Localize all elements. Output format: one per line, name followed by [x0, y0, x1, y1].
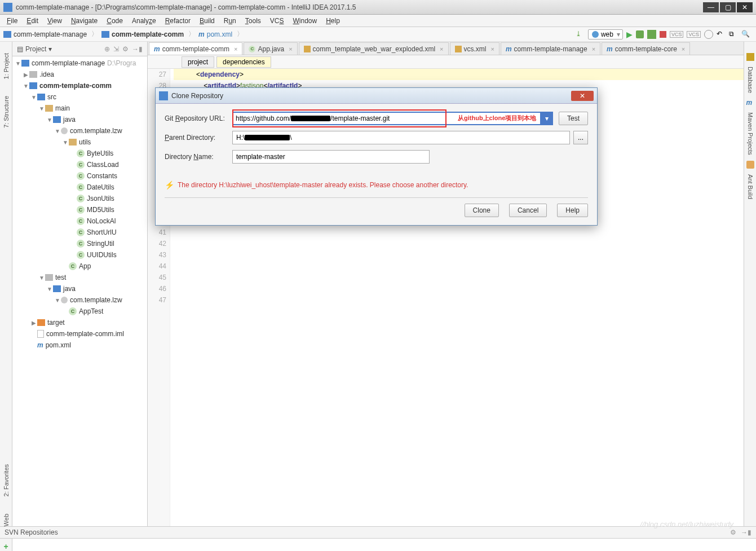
collapse-icon[interactable]: ⇲ — [113, 45, 119, 53]
run-config-selector[interactable]: web▾ — [588, 29, 623, 39]
tree-arrow-icon[interactable] — [46, 117, 53, 123]
menu-refactor[interactable]: Refactor — [161, 16, 195, 26]
tree-arrow-icon[interactable] — [30, 320, 37, 326]
tree-row[interactable]: java — [12, 114, 147, 125]
tree-row[interactable]: src — [12, 91, 147, 103]
bc-dependencies[interactable]: dependencies — [216, 56, 271, 68]
maximize-button[interactable]: ▢ — [720, 2, 736, 12]
vcs-commit-icon[interactable]: VCS — [687, 31, 701, 38]
toolwin-maven[interactable]: Maven Projects — [747, 112, 754, 155]
tree-row[interactable]: CClassLoad — [12, 159, 147, 170]
project-tree[interactable]: comm-template-manageD:\Progra.ideacomm-t… — [12, 56, 147, 526]
tree-row[interactable]: main — [12, 103, 147, 114]
tree-row[interactable]: CDateUtils — [12, 182, 147, 193]
tree-arrow-icon[interactable] — [15, 60, 21, 67]
menu-window[interactable]: Window — [288, 16, 321, 26]
autoscroll-icon[interactable]: ⊕ — [104, 45, 110, 53]
tree-arrow-icon[interactable] — [23, 83, 29, 89]
tree-arrow-icon[interactable] — [38, 275, 45, 281]
menu-build[interactable]: Build — [195, 16, 219, 26]
structure-icon[interactable]: ⧉ — [729, 30, 738, 39]
cancel-button[interactable]: Cancel — [509, 204, 547, 217]
dialog-close-button[interactable]: ✕ — [571, 91, 594, 101]
editor-tab[interactable]: mcomm-template-manage× — [501, 42, 600, 55]
menu-help[interactable]: Help — [321, 16, 344, 26]
tree-row[interactable]: CNoLockAl — [12, 215, 147, 227]
menu-edit[interactable]: Edit — [22, 16, 43, 26]
dirname-input[interactable] — [232, 150, 430, 164]
run-icon[interactable]: ▶ — [626, 30, 633, 39]
tree-arrow-icon[interactable] — [30, 94, 37, 100]
browse-button[interactable]: ... — [573, 131, 588, 144]
debug-icon[interactable] — [636, 30, 644, 38]
project-panel-header[interactable]: ▤Project▾ ⊕⇲⚙→▮ — [12, 42, 147, 56]
tree-arrow-icon[interactable] — [54, 297, 61, 303]
hide-icon[interactable]: →▮ — [741, 528, 751, 536]
tree-row[interactable]: comm-template-comm — [12, 80, 147, 91]
close-icon[interactable]: × — [491, 46, 494, 52]
make-icon[interactable]: ⤓ — [576, 30, 585, 39]
close-icon[interactable]: × — [682, 46, 685, 52]
tree-row[interactable]: test — [12, 272, 147, 283]
toolwin-project[interactable]: 1: Project — [3, 53, 10, 79]
menu-view[interactable]: View — [43, 16, 67, 26]
editor-tab[interactable]: CApp.java× — [244, 42, 297, 55]
menu-code[interactable]: Code — [102, 16, 127, 26]
toolwin-structure[interactable]: 7: Structure — [3, 96, 10, 128]
tree-row[interactable]: comm-template-comm.iml — [12, 328, 147, 340]
close-icon[interactable]: × — [289, 46, 292, 52]
tree-arrow-icon[interactable] — [46, 286, 53, 292]
revert-icon[interactable]: ↶ — [717, 30, 726, 39]
add-icon[interactable]: + — [3, 542, 8, 551]
close-button[interactable]: ✕ — [737, 2, 753, 12]
tree-arrow-icon[interactable] — [38, 105, 45, 112]
close-icon[interactable]: × — [592, 46, 595, 52]
editor-tab[interactable]: vcs.xml× — [450, 42, 499, 55]
menu-vcs[interactable]: VCS — [266, 16, 289, 26]
menu-analyze[interactable]: Analyze — [127, 16, 161, 26]
tree-row[interactable]: CConstants — [12, 170, 147, 182]
history-icon[interactable] — [704, 30, 713, 39]
breadcrumb-module[interactable]: comm-template-comm — [101, 30, 184, 38]
tree-row[interactable]: CApp — [12, 261, 147, 272]
tree-row[interactable]: target — [12, 317, 147, 328]
search-icon[interactable]: 🔍 — [741, 30, 750, 39]
breadcrumb-file[interactable]: mpom.xml — [198, 30, 232, 38]
close-icon[interactable]: × — [234, 46, 237, 52]
menu-navigate[interactable]: Navigate — [67, 16, 102, 26]
close-icon[interactable]: × — [440, 46, 443, 52]
tree-row[interactable]: CUUIDUtils — [12, 249, 147, 261]
tree-row[interactable]: java — [12, 283, 147, 294]
gear-icon[interactable]: ⚙ — [730, 528, 736, 536]
menu-run[interactable]: Run — [219, 16, 241, 26]
toolwin-ant[interactable]: Ant Build — [747, 174, 754, 199]
toolwin-favorites[interactable]: 2: Favorites — [3, 464, 10, 496]
tree-row[interactable]: CJsonUtils — [12, 193, 147, 204]
tree-row[interactable]: CByteUtils — [12, 148, 147, 159]
tree-row[interactable]: CStringUtil — [12, 238, 147, 249]
hide-icon[interactable]: →▮ — [132, 45, 143, 53]
url-history-dropdown[interactable]: ▾ — [541, 112, 553, 125]
tree-row[interactable]: CMD5Utils — [12, 204, 147, 215]
tree-row[interactable]: mpom.xml — [12, 340, 147, 351]
tree-row[interactable]: CAppTest — [12, 306, 147, 317]
editor-tab[interactable]: comm_template_web_war_exploded.xml× — [299, 42, 449, 55]
tree-row[interactable]: CShortUrlU — [12, 227, 147, 238]
tree-row[interactable]: utils — [12, 136, 147, 148]
tree-row[interactable]: com.template.lzw — [12, 125, 147, 136]
tree-row[interactable]: com.template.lzw — [12, 294, 147, 306]
bc-project[interactable]: project — [182, 56, 214, 68]
clone-button[interactable]: Clone — [465, 204, 499, 217]
tree-arrow-icon[interactable] — [54, 128, 61, 134]
minimize-button[interactable]: — — [703, 2, 719, 12]
vcs-update-icon[interactable]: VCS — [670, 31, 684, 38]
menu-tools[interactable]: Tools — [241, 16, 266, 26]
tree-row[interactable]: .idea — [12, 69, 147, 80]
breadcrumb-root[interactable]: comm-template-manage — [3, 30, 87, 38]
tree-arrow-icon[interactable] — [62, 139, 69, 146]
editor-tab[interactable]: mcomm-template-comm× — [149, 42, 242, 55]
toolwin-database[interactable]: Database — [747, 67, 754, 93]
toolwin-web[interactable]: Web — [3, 514, 10, 526]
help-button[interactable]: Help — [557, 204, 588, 217]
coverage-icon[interactable] — [647, 30, 656, 39]
